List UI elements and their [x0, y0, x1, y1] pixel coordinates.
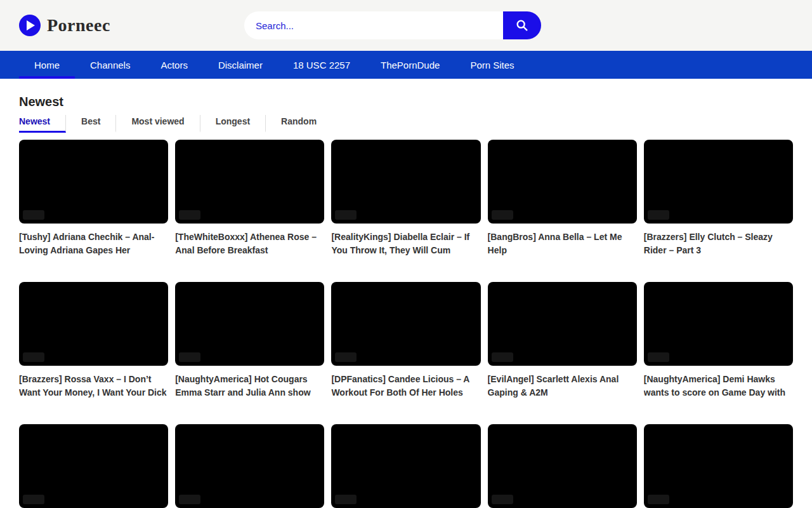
video-title[interactable]: [BangBros] Anna Bella – Let Me Help	[488, 231, 637, 257]
search-input[interactable]	[244, 11, 503, 39]
video-card[interactable]: [TheWhiteBoxxx] Athenea Rose – Anal Befo…	[175, 140, 324, 257]
video-thumbnail[interactable]	[19, 424, 168, 508]
video-title[interactable]: [EvilAngel] Scarlett Alexis Anal Gaping …	[488, 373, 637, 399]
nav-item-actors[interactable]: Actors	[145, 51, 203, 79]
video-title[interactable]: [Brazzers] Rossa Vaxx – I Don’t Want You…	[19, 373, 168, 399]
video-title[interactable]: [RealityKings] Diabella Eclair – If You …	[331, 231, 480, 257]
tab-most-viewed[interactable]: Most viewed	[116, 115, 200, 133]
video-card[interactable]	[488, 424, 637, 508]
video-title[interactable]: [TheWhiteBoxxx] Athenea Rose – Anal Befo…	[175, 231, 324, 257]
video-card[interactable]: [Brazzers] Rossa Vaxx – I Don’t Want You…	[19, 282, 168, 399]
video-card[interactable]: [BangBros] Anna Bella – Let Me Help	[488, 140, 637, 257]
tab-longest[interactable]: Longest	[200, 115, 266, 133]
duration-badge	[23, 495, 44, 504]
video-card[interactable]	[19, 424, 168, 508]
video-card[interactable]: [NaughtyAmerica] Demi Hawks wants to sco…	[644, 282, 793, 399]
nav-item-channels[interactable]: Channels	[75, 51, 145, 79]
video-thumbnail[interactable]	[488, 424, 637, 508]
nav-item-theporndude[interactable]: ThePornDude	[365, 51, 455, 79]
video-card[interactable]: [DPFanatics] Candee Licious – A Workout …	[331, 282, 480, 399]
tab-newest[interactable]: Newest	[19, 115, 66, 133]
video-card[interactable]: [EvilAngel] Scarlett Alexis Anal Gaping …	[488, 282, 637, 399]
video-thumbnail[interactable]	[175, 424, 324, 508]
video-card[interactable]	[175, 424, 324, 508]
video-thumbnail[interactable]	[644, 140, 793, 224]
video-thumbnail[interactable]	[331, 140, 480, 224]
video-card[interactable]	[644, 424, 793, 508]
sort-tabs: Newest Best Most viewed Longest Random	[19, 115, 793, 133]
duration-badge	[648, 495, 669, 504]
video-card[interactable]: [NaughtyAmerica] Hot Cougars Emma Starr …	[175, 282, 324, 399]
video-card[interactable]	[331, 424, 480, 508]
video-thumbnail[interactable]	[331, 424, 480, 508]
video-title[interactable]: [NaughtyAmerica] Demi Hawks wants to sco…	[644, 373, 793, 399]
video-thumbnail[interactable]	[19, 282, 168, 366]
duration-badge	[23, 352, 44, 362]
video-title[interactable]: [DPFanatics] Candee Licious – A Workout …	[331, 373, 480, 399]
video-title[interactable]: [Tushy] Adriana Chechik – Anal-Loving Ad…	[19, 231, 168, 257]
duration-badge	[179, 210, 200, 220]
video-card[interactable]: [Brazzers] Elly Clutch – Sleazy Rider – …	[644, 140, 793, 257]
video-grid: [Tushy] Adriana Chechik – Anal-Loving Ad…	[19, 140, 793, 508]
video-card[interactable]: [RealityKings] Diabella Eclair – If You …	[331, 140, 480, 257]
duration-badge	[648, 210, 669, 220]
tab-random[interactable]: Random	[266, 115, 332, 133]
nav-item-18usc2257[interactable]: 18 USC 2257	[278, 51, 365, 79]
video-thumbnail[interactable]	[19, 140, 168, 224]
duration-badge	[335, 352, 357, 362]
video-thumbnail[interactable]	[488, 140, 637, 224]
duration-badge	[179, 352, 200, 362]
video-thumbnail[interactable]	[175, 282, 324, 366]
page-title: Newest	[19, 95, 793, 109]
duration-badge	[492, 495, 513, 504]
site-name: Porneec	[47, 15, 110, 36]
video-thumbnail[interactable]	[175, 140, 324, 224]
site-logo[interactable]: Porneec	[19, 15, 110, 36]
main-content: Newest Newest Best Most viewed Longest R…	[0, 95, 812, 508]
duration-badge	[335, 495, 357, 504]
duration-badge	[179, 495, 200, 504]
site-header: Porneec	[0, 0, 812, 51]
nav-item-home[interactable]: Home	[19, 51, 75, 79]
duration-badge	[492, 210, 513, 220]
video-card[interactable]: [Tushy] Adriana Chechik – Anal-Loving Ad…	[19, 140, 168, 257]
video-title[interactable]: [Brazzers] Elly Clutch – Sleazy Rider – …	[644, 231, 793, 257]
duration-badge	[492, 352, 513, 362]
tab-best[interactable]: Best	[66, 115, 116, 133]
nav-item-disclaimer[interactable]: Disclaimer	[203, 51, 278, 79]
main-nav: Home Channels Actors Disclaimer 18 USC 2…	[0, 51, 812, 79]
duration-badge	[335, 210, 357, 220]
video-thumbnail[interactable]	[488, 282, 637, 366]
video-thumbnail[interactable]	[331, 282, 480, 366]
duration-badge	[648, 352, 669, 362]
nav-item-porn-sites[interactable]: Porn Sites	[455, 51, 529, 79]
magnifier-icon	[515, 18, 529, 32]
video-thumbnail[interactable]	[644, 424, 793, 508]
search-button[interactable]	[503, 11, 541, 39]
video-title[interactable]: [NaughtyAmerica] Hot Cougars Emma Starr …	[175, 373, 324, 399]
play-icon	[19, 15, 41, 36]
search-bar	[244, 11, 541, 39]
video-thumbnail[interactable]	[644, 282, 793, 366]
duration-badge	[23, 210, 44, 220]
